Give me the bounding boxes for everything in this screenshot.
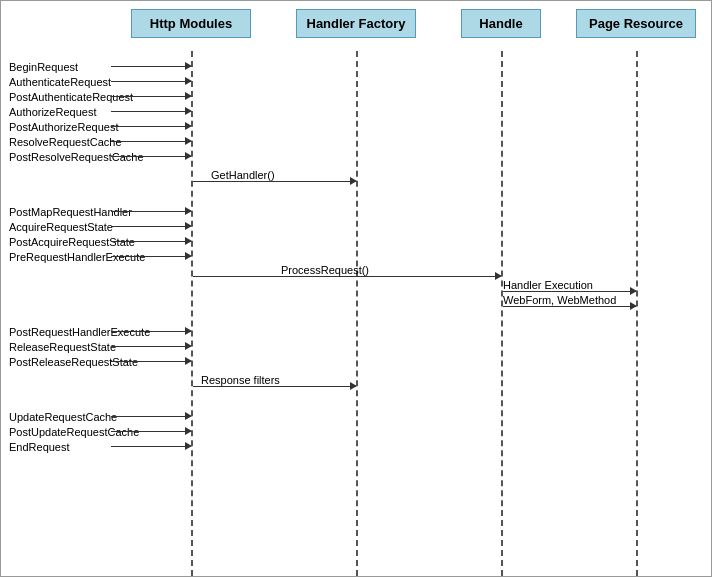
arrow-post-authenticate bbox=[111, 96, 191, 97]
arrow-acquire-state bbox=[111, 226, 191, 227]
arrow-response-filters bbox=[193, 386, 356, 387]
event-post-acquire-state: PostAcquireRequestState bbox=[9, 236, 135, 248]
lifeline-handler bbox=[501, 51, 503, 576]
arrow-post-handler-execute bbox=[111, 331, 191, 332]
event-post-resolve-cache: PostResolveRequestCache bbox=[9, 151, 144, 163]
arrow-handler-execution bbox=[503, 291, 636, 292]
arrow-update-cache bbox=[111, 416, 191, 417]
event-acquire-state: AcquireRequestState bbox=[9, 221, 113, 233]
lifeline-handler-factory bbox=[356, 51, 358, 576]
label-handler-execution: Handler Execution bbox=[503, 279, 593, 291]
event-resolve-cache: ResolveRequestCache bbox=[9, 136, 122, 148]
arrow-webform-webmethod bbox=[503, 306, 636, 307]
event-post-handler-execute: PostRequestHandlerExecute bbox=[9, 326, 150, 338]
header-handle: Handle bbox=[461, 9, 541, 38]
arrow-get-handler bbox=[193, 181, 356, 182]
header-http-modules: Http Modules bbox=[131, 9, 251, 38]
event-authenticate: AuthenticateRequest bbox=[9, 76, 111, 88]
event-begin-request: BeginRequest bbox=[9, 61, 78, 73]
arrow-post-authorize bbox=[111, 126, 191, 127]
lifeline-page-resource bbox=[636, 51, 638, 576]
event-post-release-state: PostReleaseRequestState bbox=[9, 356, 138, 368]
label-process-request: ProcessRequest() bbox=[281, 264, 369, 276]
event-post-update-cache: PostUpdateRequestCache bbox=[9, 426, 139, 438]
event-update-cache: UpdateRequestCache bbox=[9, 411, 117, 423]
arrow-post-release-state bbox=[111, 361, 191, 362]
header-handler-factory: Handler Factory bbox=[296, 9, 416, 38]
arrow-release-state bbox=[111, 346, 191, 347]
event-post-authenticate: PostAuthenticateRequest bbox=[9, 91, 133, 103]
arrow-post-map-handler bbox=[111, 211, 191, 212]
event-release-state: ReleaseRequestState bbox=[9, 341, 116, 353]
label-response-filters: Response filters bbox=[201, 374, 280, 386]
arrow-process-request bbox=[193, 276, 501, 277]
event-pre-execute: PreRequestHandlerExecute bbox=[9, 251, 145, 263]
arrow-end-request bbox=[111, 446, 191, 447]
event-post-authorize: PostAuthorizeRequest bbox=[9, 121, 118, 133]
event-authorize: AuthorizeRequest bbox=[9, 106, 96, 118]
event-post-map-handler: PostMapRequestHandler bbox=[9, 206, 132, 218]
arrow-pre-execute bbox=[111, 256, 191, 257]
arrow-resolve-cache bbox=[111, 141, 191, 142]
arrow-begin-request bbox=[111, 66, 191, 67]
header-page-resource: Page Resource bbox=[576, 9, 696, 38]
event-end-request: EndRequest bbox=[9, 441, 70, 453]
label-webform-webmethod: WebForm, WebMethod bbox=[503, 294, 616, 306]
arrow-post-update-cache bbox=[111, 431, 191, 432]
label-get-handler: GetHandler() bbox=[211, 169, 275, 181]
arrow-post-resolve-cache bbox=[111, 156, 191, 157]
sequence-diagram: Http Modules Handler Factory Handle Page… bbox=[0, 0, 712, 577]
arrow-post-acquire-state bbox=[111, 241, 191, 242]
arrow-authenticate bbox=[111, 81, 191, 82]
arrow-authorize bbox=[111, 111, 191, 112]
